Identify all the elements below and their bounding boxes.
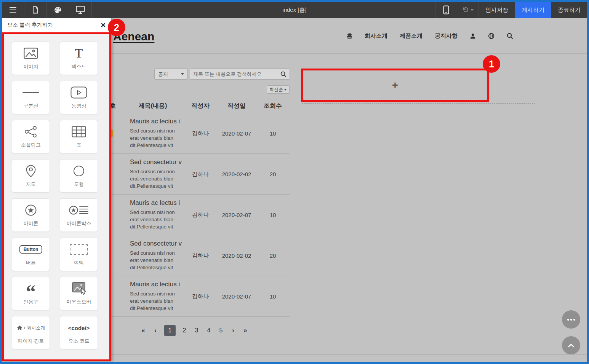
post-author: 김하나 xyxy=(185,252,216,259)
block-label: 구분선 xyxy=(24,102,38,109)
page-3-button[interactable]: 3 xyxy=(193,327,200,334)
shape-circle-icon xyxy=(73,164,85,178)
block-code[interactable]: <code/> 요소 코드 xyxy=(60,316,98,350)
post-title[interactable]: Sed consectetur v xyxy=(130,240,185,247)
panel-title: 요소 블럭 추가하기 xyxy=(7,22,53,29)
table-row[interactable]: 7 Sed consectetur v Sed cursus nisi non … xyxy=(99,235,290,276)
search-icon[interactable] xyxy=(280,71,286,77)
annotation-badge-2: 2 xyxy=(108,19,125,36)
exit-button[interactable]: 종료하기 xyxy=(551,2,587,18)
table-row[interactable]: 8 Mauris ac lectus i Sed cursus nisi non… xyxy=(99,195,290,235)
desktop-icon xyxy=(76,6,85,14)
nav-company[interactable]: 회사소개 xyxy=(365,32,387,40)
ellipsis-icon xyxy=(567,319,569,321)
post-excerpt: Sed cursus nisi non erat venenatis blan … xyxy=(130,127,185,149)
sort-value: 최신순 xyxy=(269,86,283,93)
desktop-view-button[interactable] xyxy=(69,2,92,18)
block-table[interactable]: 표 xyxy=(60,120,98,153)
spacer-icon xyxy=(70,243,88,256)
col-header-views: 조회수 xyxy=(258,102,288,110)
post-date: 2020-02-02 xyxy=(216,252,258,259)
board-search-box xyxy=(190,69,290,80)
post-title[interactable]: Sed consectetur v xyxy=(130,158,185,166)
section-dashed-divider xyxy=(302,103,535,104)
caret-down-icon xyxy=(181,73,184,75)
breadcrumb-icon: › 회사소개 xyxy=(17,321,45,335)
block-image[interactable]: 이미지 xyxy=(12,42,50,75)
scroll-top-button[interactable] xyxy=(562,336,580,354)
block-spacer[interactable]: 여백 xyxy=(60,238,98,271)
page-4-button[interactable]: 4 xyxy=(205,327,212,334)
block-label: 아이콘박스 xyxy=(67,220,91,227)
page-icon xyxy=(32,6,38,14)
table-row[interactable]: 9 Sed consectetur v Sed cursus nisi non … xyxy=(99,154,290,195)
block-label: 아이콘 xyxy=(24,220,38,227)
post-title[interactable]: Mauris ac lectus i xyxy=(130,281,185,288)
table-row[interactable]: 6 Mauris ac lectus i Sed cursus nisi non… xyxy=(99,276,290,317)
page-1-button[interactable]: 1 xyxy=(164,325,176,336)
nav-home[interactable]: 홈 xyxy=(347,32,352,40)
publish-button[interactable]: 게시하기 xyxy=(515,2,551,18)
caret-down-icon xyxy=(284,89,287,91)
post-author: 김하나 xyxy=(185,130,216,137)
page-2-button[interactable]: 2 xyxy=(181,327,188,334)
quote-icon: “ xyxy=(26,282,36,295)
caret-down-icon xyxy=(471,9,474,11)
icon-box-icon xyxy=(69,203,89,217)
page-first-button[interactable]: « xyxy=(140,327,147,334)
post-date: 2020-02-07 xyxy=(216,293,258,300)
site-header-divider xyxy=(111,53,587,54)
post-title[interactable]: Mauris ac lectus i xyxy=(130,199,185,207)
page-last-button[interactable]: » xyxy=(242,327,249,334)
block-icon[interactable]: 아이콘 xyxy=(12,198,50,232)
post-views: 10 xyxy=(258,293,288,300)
block-map[interactable]: 지도 xyxy=(12,159,50,193)
temp-save-button[interactable]: 임시저장 xyxy=(479,2,515,18)
page-5-button[interactable]: 5 xyxy=(218,327,224,334)
mouseover-icon xyxy=(71,282,86,295)
table-icon xyxy=(72,125,86,139)
divider-icon xyxy=(22,86,39,99)
design-button[interactable] xyxy=(47,2,69,18)
block-video[interactable]: 동영상 xyxy=(60,81,98,114)
post-author: 김하나 xyxy=(185,171,216,178)
code-icon: <code/> xyxy=(68,321,90,335)
post-views: 20 xyxy=(258,252,288,259)
undo-button[interactable] xyxy=(457,2,479,18)
table-header-row: 번호 제목(내용) 작성자 작성일 조회수 xyxy=(99,99,290,113)
table-row[interactable]: 공지 Mauris ac lectus i Sed cursus nisi no… xyxy=(99,113,290,154)
page-prev-button[interactable]: ‹ xyxy=(152,327,159,334)
post-views: 20 xyxy=(258,171,288,177)
language-button[interactable] xyxy=(488,33,495,39)
board-category-select[interactable]: 공지 xyxy=(154,69,188,80)
block-text[interactable]: T 텍스트 xyxy=(60,42,98,75)
page-next-button[interactable]: › xyxy=(230,327,237,334)
add-block-zone[interactable]: + xyxy=(301,69,489,102)
block-shape[interactable]: 도형 xyxy=(60,159,98,193)
board-search-input[interactable] xyxy=(193,71,280,77)
undo-icon xyxy=(462,7,469,13)
more-actions-button[interactable] xyxy=(562,310,580,329)
site-search-button[interactable] xyxy=(507,33,513,39)
close-icon[interactable]: ✕ xyxy=(101,22,106,29)
block-mouseover[interactable]: 마우스오버 xyxy=(60,277,98,310)
plus-icon: + xyxy=(392,80,398,91)
block-divider[interactable]: 구분선 xyxy=(12,81,50,114)
block-social-link[interactable]: 소셜링크 xyxy=(12,120,50,153)
block-button[interactable]: Button 버튼 xyxy=(12,238,50,271)
block-icon-box[interactable]: 아이콘박스 xyxy=(60,198,98,232)
page-button[interactable] xyxy=(24,2,47,18)
palette-icon xyxy=(54,6,62,14)
block-label: 지도 xyxy=(26,181,36,188)
editor-stage: index [홈] xyxy=(2,2,587,362)
board-sort-select[interactable]: 최신순 xyxy=(267,85,290,94)
block-quote[interactable]: “ 인용구 xyxy=(12,277,50,310)
mobile-view-button[interactable] xyxy=(435,2,457,18)
block-breadcrumb[interactable]: › 회사소개 페이지 경로 xyxy=(12,316,50,350)
nav-notice[interactable]: 공지사항 xyxy=(435,32,458,40)
home-icon xyxy=(17,325,22,330)
nav-products[interactable]: 제품소개 xyxy=(400,32,423,40)
user-button[interactable] xyxy=(470,33,476,39)
menu-button[interactable] xyxy=(2,2,24,18)
post-title[interactable]: Mauris ac lectus i xyxy=(130,118,185,125)
